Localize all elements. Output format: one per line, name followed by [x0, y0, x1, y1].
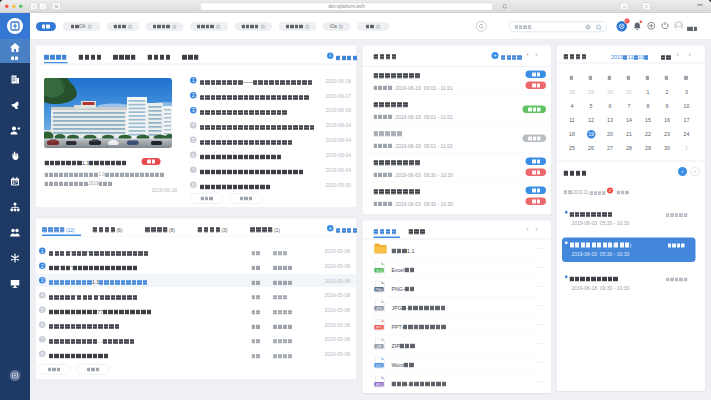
- svg-text:PNG: PNG: [375, 288, 383, 292]
- svg-text:MP4: MP4: [376, 383, 383, 387]
- svg-text:XLS: XLS: [376, 269, 383, 273]
- svg-text:JPG: JPG: [376, 307, 383, 311]
- svg-text:DOC: DOC: [375, 364, 383, 368]
- svg-text:PPT: PPT: [376, 326, 382, 330]
- svg-text:ZIP: ZIP: [376, 345, 381, 349]
